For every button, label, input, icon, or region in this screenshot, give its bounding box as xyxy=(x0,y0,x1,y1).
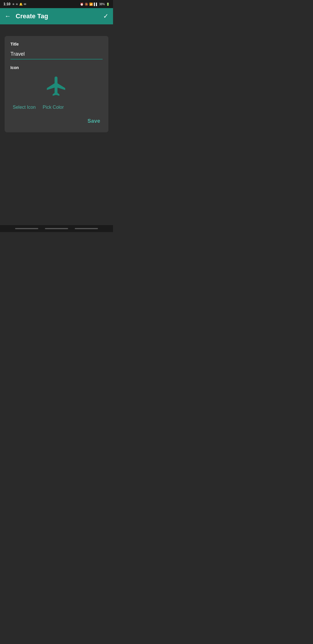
pick-color-button[interactable]: Pick Color xyxy=(43,104,64,111)
page-title: Create Tag xyxy=(16,12,103,20)
email-icon: ✉ xyxy=(24,3,26,6)
wifi-icon: 📶 xyxy=(89,3,93,6)
title-input-wrapper xyxy=(10,50,103,59)
icon-label: Icon xyxy=(10,65,103,70)
bottom-pill-right xyxy=(75,228,98,229)
bottom-pill-left xyxy=(15,228,38,229)
status-left: 1:10 ✳ ✳ 🔔 ✉ xyxy=(3,2,26,6)
battery-icon: 🔋 xyxy=(106,3,110,6)
back-button[interactable]: ← xyxy=(5,13,11,19)
title-input[interactable] xyxy=(10,50,103,59)
signal-icon: ▌▌ xyxy=(94,3,98,6)
alarm-status-icon: ⏰ xyxy=(80,3,83,6)
status-right: ⏰ 🔕 📶 ▌▌ 38% 🔋 xyxy=(80,3,110,6)
airplane-icon xyxy=(45,75,68,98)
select-icon-button[interactable]: Select Icon xyxy=(13,104,36,111)
bottom-bar xyxy=(0,225,113,232)
alarm-icon: 🔔 xyxy=(19,3,23,6)
mute-icon: 🔕 xyxy=(85,3,88,6)
main-content: Title Icon Select Icon Pick Color Save xyxy=(0,24,113,232)
save-button[interactable]: Save xyxy=(85,117,103,125)
bottom-pill-center xyxy=(45,228,68,229)
action-buttons: Select Icon Pick Color xyxy=(13,104,103,111)
icon-display xyxy=(10,75,103,98)
save-row: Save xyxy=(10,117,103,125)
battery-percent: 38% xyxy=(99,3,105,6)
title-label: Title xyxy=(10,42,103,46)
status-icons-group: ✳ ✳ 🔔 ✉ xyxy=(12,3,26,6)
notification-icon-2: ✳ xyxy=(16,3,18,6)
notification-icon-1: ✳ xyxy=(12,3,14,6)
create-tag-card: Title Icon Select Icon Pick Color Save xyxy=(5,36,108,132)
confirm-button[interactable]: ✓ xyxy=(103,12,108,20)
status-time: 1:10 xyxy=(3,2,10,6)
app-bar: ← Create Tag ✓ xyxy=(0,8,113,24)
status-bar: 1:10 ✳ ✳ 🔔 ✉ ⏰ 🔕 📶 ▌▌ 38% 🔋 xyxy=(0,0,113,8)
